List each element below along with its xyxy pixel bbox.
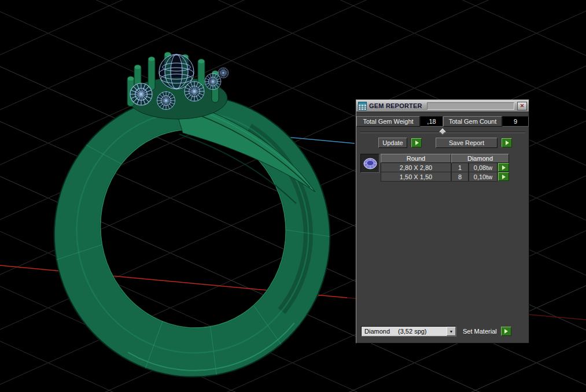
gem-thumbnail[interactable] (360, 154, 379, 173)
table-row[interactable]: 1,50 X 1,50 8 0,10tw (381, 172, 509, 182)
play-icon (502, 165, 506, 170)
row-go-button[interactable] (498, 172, 509, 181)
round-gem-icon (363, 157, 378, 170)
total-gem-count-label: Total Gem Count (443, 116, 502, 127)
report-slider[interactable] (360, 128, 525, 136)
play-icon (506, 140, 509, 145)
table-row[interactable]: 2,80 X 2,80 1 0,08tw (381, 163, 509, 172)
play-icon (415, 140, 419, 145)
col-header-round: Round (381, 154, 451, 163)
update-button[interactable]: Update (378, 138, 407, 148)
gem-count: 8 (451, 172, 469, 182)
panel-titlebar[interactable]: GEM REPORTER ✕ (356, 100, 529, 112)
material-spg: (3,52 spg) (398, 328, 427, 335)
play-icon (504, 329, 508, 334)
gem-table: Round Diamond 2,80 X 2,80 1 0,08tw 1,50 … (356, 154, 529, 182)
material-name: Diamond (364, 328, 398, 335)
table-header-row: Round Diamond (381, 154, 509, 163)
gem-reporter-icon (358, 102, 367, 110)
application-window: GEM REPORTER ✕ Total Gem Weight ,18 Tota… (0, 0, 586, 392)
total-gem-count-value: 9 (502, 116, 529, 127)
save-report-button[interactable]: Save Report (436, 138, 497, 148)
slider-thumb[interactable] (439, 128, 445, 135)
material-dropdown[interactable]: Diamond (3,52 spg) ▼ (361, 326, 456, 336)
gem-count: 1 (451, 163, 469, 172)
gem-rows: Round Diamond 2,80 X 2,80 1 0,08tw 1,50 … (381, 154, 509, 182)
dropdown-arrow-icon[interactable]: ▼ (447, 327, 456, 336)
total-gem-weight-value: ,18 (420, 116, 443, 127)
panel-title: GEM REPORTER (369, 102, 422, 109)
row-go-button[interactable] (498, 163, 509, 172)
play-icon (502, 175, 506, 179)
actions-row: Update Save Report (356, 138, 529, 148)
gem-weight: 0,10tw (469, 172, 497, 182)
totals-row: Total Gem Weight ,18 Total Gem Count 9 (356, 116, 529, 127)
gem-size: 1,50 X 1,50 (381, 172, 451, 182)
update-go-button[interactable] (411, 138, 422, 147)
gem-reporter-panel: GEM REPORTER ✕ Total Gem Weight ,18 Tota… (356, 99, 529, 343)
total-gem-weight-label: Total Gem Weight (356, 116, 420, 127)
material-row: Diamond (3,52 spg) ▼ Set Material (356, 326, 529, 343)
set-material-go-button[interactable] (501, 327, 511, 336)
save-report-go-button[interactable] (502, 138, 512, 147)
titlebar-drag-area[interactable] (427, 102, 514, 110)
close-button[interactable]: ✕ (517, 102, 527, 110)
set-material-button[interactable]: Set Material (463, 328, 497, 335)
gem-size: 2,80 X 2,80 (381, 163, 451, 172)
gem-weight: 0,08tw (469, 163, 497, 172)
col-header-diamond: Diamond (451, 154, 509, 163)
